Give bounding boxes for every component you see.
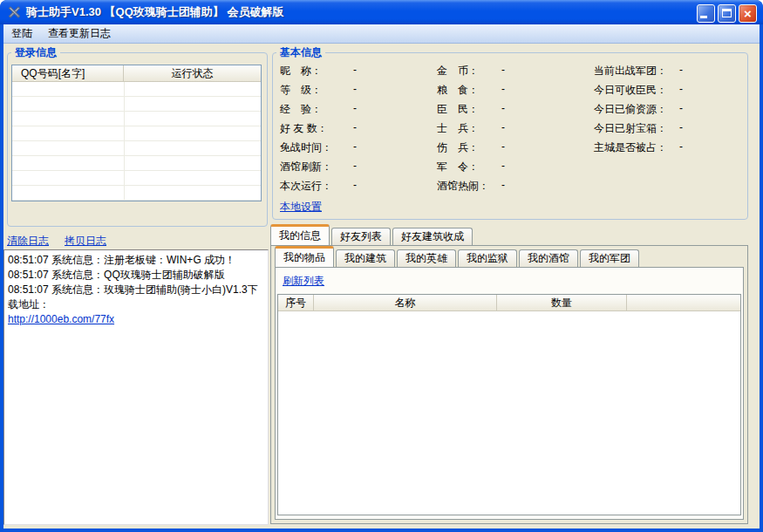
stat-value-wounded: - [501, 140, 505, 153]
stat-label-runtime: 本次运行： [280, 179, 332, 194]
title-bar[interactable]: 骑士助手V1.30 【QQ玫瑰骑士团辅助】 会员破解版 × [0, 0, 763, 24]
stat-label-tavern-busy: 酒馆热闹： [437, 179, 489, 194]
tab-friend-list[interactable]: 好友列表 [331, 228, 391, 245]
log-line: 08:51:07 系统信息：玫瑰骑士团辅助(骑士小白)V1.3下载地址： [8, 283, 264, 312]
stat-label-truce: 免战时间： [280, 140, 332, 155]
tab-my-buildings[interactable]: 我的建筑 [336, 249, 395, 267]
stat-label-food: 粮 食： [437, 83, 479, 98]
log-output[interactable]: 08:51:07 系统信息：注册老板键：WIN+G 成功！ 08:51:07 系… [3, 249, 269, 525]
stat-value-tavern-refresh: - [353, 160, 357, 172]
items-col-name[interactable]: 名称 [314, 295, 497, 310]
copy-log-link[interactable]: 拷贝日志 [65, 234, 106, 249]
qq-col-status[interactable]: 运行状态 [124, 65, 261, 81]
stat-label-stolen: 今日已偷资源： [594, 102, 667, 117]
stat-label-legion: 当前出战军团： [594, 64, 667, 78]
stat-label-city-occupied: 主城是否被占： [594, 140, 667, 155]
close-icon: × [739, 5, 756, 22]
stat-label-gold: 金 币： [437, 64, 479, 78]
minimize-button[interactable] [697, 4, 715, 23]
stat-value-legion: - [679, 64, 683, 76]
basic-info-groupbox: 基本信息 昵 称： - 等 级： - 经 验： - 好 友 数： - 免战时间：… [272, 52, 748, 220]
stat-label-collectable: 今日可收臣民： [594, 83, 667, 98]
items-table-header: 序号 名称 数量 [278, 295, 740, 311]
stat-value-soldiers: - [501, 121, 505, 133]
basic-info-title: 基本信息 [276, 45, 325, 59]
stat-value-truce: - [353, 140, 357, 153]
stat-label-subjects: 臣 民： [437, 102, 479, 117]
qq-table-divider [124, 82, 125, 201]
local-settings-link[interactable]: 本地设置 [280, 200, 322, 215]
outer-tab-strip: 我的信息 好友列表 好友建筑收成 [270, 224, 474, 245]
stat-label-nickname: 昵 称： [280, 64, 322, 78]
menu-item-login[interactable]: 登陆 [3, 24, 40, 44]
tab-my-prison[interactable]: 我的监狱 [458, 249, 517, 267]
window-controls: × [697, 4, 757, 23]
my-items-tab-page: 刷新列表 序号 名称 数量 [275, 267, 744, 520]
items-col-quantity[interactable]: 数量 [497, 295, 627, 310]
stat-label-wounded: 伤 兵： [437, 140, 479, 155]
stat-value-orders: - [501, 160, 505, 172]
tab-my-heroes[interactable]: 我的英雄 [397, 249, 456, 267]
stat-label-exp: 经 验： [280, 102, 322, 117]
stat-value-nickname: - [353, 64, 357, 76]
stat-label-orders: 军 令： [437, 160, 479, 174]
maximize-button[interactable] [718, 4, 736, 23]
app-icon [6, 4, 22, 20]
tab-my-legion[interactable]: 我的军团 [580, 249, 639, 267]
stat-value-exp: - [353, 102, 357, 114]
login-info-title: 登录信息 [11, 45, 60, 59]
stat-label-chests: 今日已射宝箱： [594, 121, 667, 136]
inner-tab-strip: 我的物品 我的建筑 我的英雄 我的监狱 我的酒馆 我的军团 [275, 247, 641, 267]
login-info-groupbox: 登录信息 QQ号码[名字] 运行状态 [7, 52, 268, 227]
download-url-link[interactable]: http://1000eb.com/77fx [8, 313, 114, 325]
stat-label-soldiers: 士 兵： [437, 121, 479, 136]
stat-value-city-occupied: - [679, 140, 683, 153]
refresh-list-link[interactable]: 刷新列表 [283, 274, 324, 289]
tab-friend-harvest[interactable]: 好友建筑收成 [392, 228, 473, 245]
stat-value-level: - [353, 83, 357, 95]
app-window: 骑士助手V1.30 【QQ玫瑰骑士团辅助】 会员破解版 × 登陆 查看更新日志 … [0, 0, 763, 532]
stat-value-collectable: - [679, 83, 683, 95]
qq-table-body[interactable] [12, 82, 261, 201]
tab-my-info[interactable]: 我的信息 [270, 224, 330, 245]
stat-value-friends: - [353, 121, 357, 133]
items-table-body[interactable] [278, 311, 740, 515]
tab-my-tavern[interactable]: 我的酒馆 [519, 249, 578, 267]
maximize-icon [722, 9, 732, 17]
items-table[interactable]: 序号 名称 数量 [277, 294, 741, 515]
stat-value-runtime: - [353, 179, 357, 191]
qq-col-account[interactable]: QQ号码[名字] [12, 65, 124, 81]
minimize-icon [700, 16, 707, 18]
tab-my-items[interactable]: 我的物品 [275, 246, 334, 267]
clear-log-link[interactable]: 清除日志 [7, 234, 49, 249]
stat-value-subjects: - [501, 102, 505, 114]
items-col-empty [627, 295, 740, 310]
menu-bar: 登陆 查看更新日志 [3, 24, 760, 44]
menu-item-changelog[interactable]: 查看更新日志 [40, 24, 119, 44]
stat-value-stolen: - [679, 102, 683, 114]
client-area: 登陆 查看更新日志 登录信息 QQ号码[名字] 运行状态 清除日志 拷贝日志 0… [3, 24, 760, 529]
stat-label-friends: 好 友 数： [280, 121, 328, 136]
my-info-tab-page: 我的物品 我的建筑 我的英雄 我的监狱 我的酒馆 我的军团 刷新列表 序号 名称… [270, 245, 748, 524]
close-button[interactable]: × [739, 4, 757, 23]
stat-value-gold: - [501, 64, 505, 76]
log-line: 08:51:07 系统信息：QQ玫瑰骑士团辅助破解版 [8, 268, 264, 283]
stat-value-food: - [501, 83, 505, 95]
stat-label-tavern-refresh: 酒馆刷新： [280, 160, 332, 174]
log-line: 08:51:07 系统信息：注册老板键：WIN+G 成功！ [8, 253, 264, 268]
stat-label-level: 等 级： [280, 83, 322, 98]
stat-value-chests: - [679, 121, 683, 133]
qq-account-table[interactable]: QQ号码[名字] 运行状态 [11, 65, 262, 201]
stat-value-tavern-busy: - [501, 179, 505, 191]
window-title: 骑士助手V1.30 【QQ玫瑰骑士团辅助】 会员破解版 [26, 4, 283, 20]
items-col-index[interactable]: 序号 [278, 295, 314, 310]
qq-table-header: QQ号码[名字] 运行状态 [12, 65, 261, 82]
